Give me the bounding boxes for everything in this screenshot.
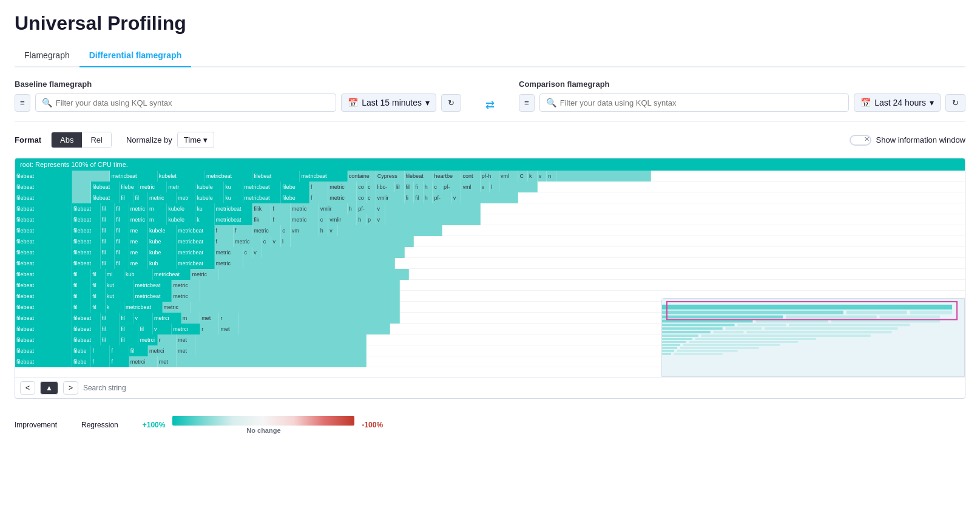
list-item[interactable]: fil	[101, 258, 115, 269]
baseline-filter-input[interactable]	[56, 98, 329, 107]
list-item[interactable]	[243, 258, 395, 269]
list-item[interactable]: m	[148, 203, 167, 214]
list-item[interactable]: filebeat	[252, 171, 300, 182]
list-item[interactable]: filebeat	[72, 313, 101, 324]
list-item[interactable]: v	[538, 171, 547, 182]
list-item[interactable]: fil	[72, 280, 91, 291]
list-item[interactable]: kubele	[148, 225, 177, 236]
list-item[interactable]: filebeat	[15, 247, 72, 258]
list-item[interactable]: filebeat	[15, 356, 72, 367]
list-item[interactable]: filebeat	[72, 324, 101, 334]
list-item[interactable]: filebeat	[15, 345, 72, 356]
list-item[interactable]: kut	[106, 291, 134, 302]
list-item[interactable]: metr	[177, 192, 195, 203]
list-item[interactable]: fil	[101, 247, 115, 258]
list-item[interactable]: mi	[106, 269, 124, 280]
list-item[interactable]	[338, 225, 442, 236]
list-item[interactable]: v	[376, 203, 386, 214]
list-item[interactable]: filebeat	[15, 302, 72, 313]
baseline-filter-toggle[interactable]: ≡	[15, 94, 30, 112]
list-item[interactable]: filebeat	[72, 214, 101, 225]
list-item[interactable]: f	[309, 192, 328, 203]
list-item[interactable]	[499, 182, 538, 192]
swap-button[interactable]: ⇄	[485, 98, 495, 112]
list-item[interactable]: f	[110, 345, 129, 356]
list-item[interactable]	[200, 291, 400, 302]
list-item[interactable]: n	[547, 171, 556, 182]
list-item[interactable]: f	[309, 182, 328, 192]
list-item[interactable]	[238, 324, 390, 334]
nav-up-btn[interactable]: ▲	[40, 381, 58, 395]
list-item[interactable]: fil	[91, 269, 105, 280]
list-item[interactable]	[72, 182, 91, 192]
list-item[interactable]: metric	[291, 214, 319, 225]
list-item[interactable]: c	[262, 236, 272, 247]
list-item[interactable]: fil	[101, 313, 120, 324]
flamegraph-scroll[interactable]: root: Represents 100% of CPU time. fileb…	[15, 158, 965, 398]
list-item[interactable]: f	[91, 356, 110, 367]
list-item[interactable]: filebeat	[15, 192, 72, 203]
list-item[interactable]: c	[367, 182, 376, 192]
list-item[interactable]: vml	[461, 182, 480, 192]
list-item[interactable]: C	[518, 171, 528, 182]
list-item[interactable]: fil	[134, 192, 148, 203]
list-item[interactable]: metric	[328, 182, 357, 192]
list-item[interactable]: fil	[120, 334, 138, 345]
list-item[interactable]: kubele	[195, 182, 224, 192]
list-item[interactable]: k	[528, 171, 538, 182]
list-item[interactable]	[385, 214, 481, 225]
list-item[interactable]: v	[481, 182, 490, 192]
list-item[interactable]: v	[271, 236, 281, 247]
list-item[interactable]	[72, 171, 110, 182]
list-item[interactable]	[238, 313, 400, 324]
list-item[interactable]: fik	[252, 214, 271, 225]
list-item[interactable]: vml	[499, 171, 518, 182]
tab-flamegraph[interactable]: Flamegraph	[15, 44, 79, 67]
list-item[interactable]: fil	[101, 324, 120, 334]
list-item[interactable]: ku	[224, 192, 243, 203]
list-item[interactable]: metric	[234, 236, 262, 247]
list-item[interactable]	[291, 236, 414, 247]
list-item[interactable]: filebe	[281, 182, 309, 192]
list-item[interactable]: met	[158, 356, 177, 367]
list-item[interactable]: r	[158, 334, 177, 345]
list-item[interactable]: fil	[138, 324, 152, 334]
list-item[interactable]: kut	[106, 280, 134, 291]
list-item[interactable]: filebeat	[15, 324, 72, 334]
list-item[interactable]: fil	[101, 225, 115, 236]
list-item[interactable]: filebeat	[15, 313, 72, 324]
comparison-refresh-btn[interactable]: ↻	[945, 94, 965, 112]
list-item[interactable]: h	[424, 192, 433, 203]
list-item[interactable]: metric	[291, 203, 319, 214]
list-item[interactable]: met	[219, 324, 238, 334]
list-item[interactable]: metric	[129, 203, 148, 214]
list-item[interactable]: filebeat	[72, 203, 101, 214]
list-item[interactable]: filebeat	[15, 334, 72, 345]
list-item[interactable]: filebeat	[15, 280, 72, 291]
list-item[interactable]: metricbeat	[243, 192, 282, 203]
list-item[interactable]: kubelet	[158, 171, 205, 182]
list-item[interactable]: filebeat	[15, 258, 72, 269]
list-item[interactable]: f	[110, 356, 129, 367]
list-item[interactable]: metricbeat	[215, 203, 253, 214]
list-item[interactable]: filebeat	[15, 269, 72, 280]
comparison-filter-toggle[interactable]: ≡	[519, 94, 535, 112]
list-item[interactable]: metric	[215, 258, 243, 269]
list-item[interactable]: kube	[148, 236, 177, 247]
list-item[interactable]: filebe	[120, 182, 138, 192]
show-info-toggle[interactable]	[850, 135, 871, 146]
list-item[interactable]: kubele	[195, 192, 224, 203]
list-item[interactable]: f	[271, 214, 290, 225]
list-item[interactable]: vmlir	[328, 214, 357, 225]
list-item[interactable]: metricbeat	[153, 269, 191, 280]
baseline-time-select[interactable]: 📅 Last 15 minutes ▾	[341, 93, 436, 112]
list-item[interactable]: filebeat	[405, 171, 433, 182]
list-item[interactable]: fil	[101, 203, 115, 214]
list-item[interactable]: filebeat	[15, 236, 72, 247]
list-item[interactable]: fil	[101, 214, 115, 225]
list-item[interactable]: metricbeat	[134, 280, 172, 291]
list-item[interactable]: kubele	[167, 203, 195, 214]
list-item[interactable]: fi	[405, 192, 414, 203]
list-item[interactable]: filebeat	[72, 225, 101, 236]
list-item[interactable]: c	[367, 192, 376, 203]
